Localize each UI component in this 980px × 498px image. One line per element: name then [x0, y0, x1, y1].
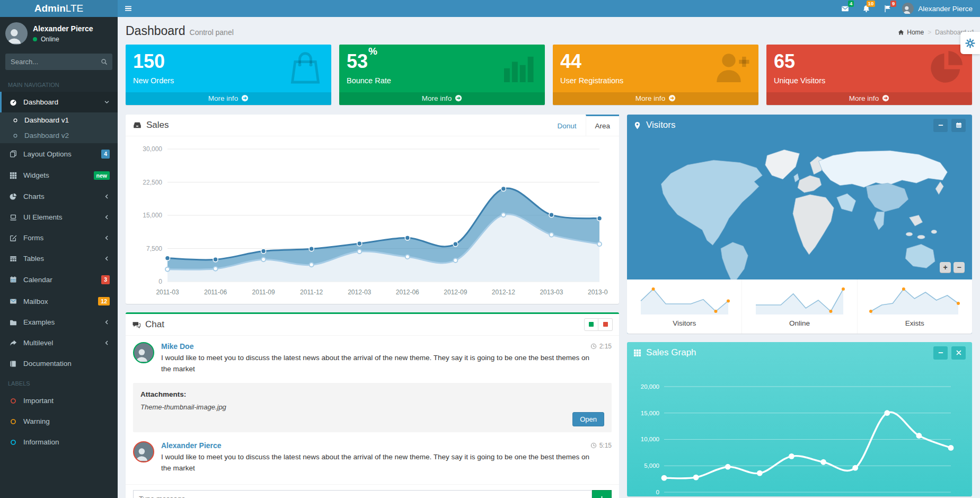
- sidebar-user-status[interactable]: Online: [33, 36, 93, 43]
- arrow-circle-right-icon: [241, 94, 249, 102]
- chat-message: Mike Doe2:15I would like to meet you to …: [133, 342, 612, 375]
- map-zoom-controls: + −: [940, 262, 965, 273]
- sidebar-subitem-label: Dashboard v2: [24, 132, 69, 139]
- chevron-left-icon: [104, 194, 110, 199]
- message-header: Mike Doe2:15: [161, 342, 612, 351]
- content-header: DashboardControl panel Home>Dashboard v1: [118, 17, 980, 41]
- folder-icon: [10, 319, 17, 326]
- tab-donut[interactable]: Donut: [548, 115, 585, 136]
- sidebar-link[interactable]: Tables: [0, 248, 118, 269]
- chat-toggle-danger-button[interactable]: [598, 318, 613, 331]
- sidebar-link[interactable]: Dashboard: [0, 92, 118, 112]
- more-info-link[interactable]: More info: [766, 92, 972, 105]
- breadcrumb-home-link[interactable]: Home: [898, 29, 924, 36]
- visitors-collapse-button[interactable]: [933, 119, 948, 132]
- tab-area[interactable]: Area: [586, 115, 620, 136]
- svg-text:2011-09: 2011-09: [252, 289, 275, 296]
- chat-send-button[interactable]: [592, 490, 612, 498]
- sidebar-link[interactable]: Charts: [0, 186, 118, 207]
- svg-text:7,500: 7,500: [146, 244, 162, 252]
- info-box-label: User Registrations: [560, 76, 751, 85]
- left-column: Sales Donut Area 07,50015,00022,50030,00…: [126, 115, 619, 498]
- info-box-bounce-rate: 53%Bounce RateMore info: [339, 45, 545, 105]
- files-icon: [10, 150, 17, 158]
- search-input[interactable]: [5, 54, 95, 70]
- navbar-user-menu[interactable]: Alexander Pierce: [898, 0, 980, 17]
- world-map[interactable]: [629, 136, 970, 279]
- sidebar-link[interactable]: Information: [0, 432, 118, 452]
- sidebar-link[interactable]: Warning: [0, 411, 118, 432]
- envelope-icon: [10, 298, 17, 305]
- sidebar-item-information: Information: [0, 432, 118, 452]
- sidebar-subitem-dashboard-v2: Dashboard v2: [0, 128, 118, 143]
- bell-menu[interactable]: 10: [855, 0, 877, 17]
- sales-graph-close-button[interactable]: [951, 346, 966, 360]
- chevron-left-icon: [104, 319, 110, 325]
- more-info-link[interactable]: More info: [126, 92, 331, 105]
- chat-message: Alexander Pierce5:15I would like to meet…: [133, 441, 612, 474]
- sidebar-sublink[interactable]: Dashboard v2: [0, 128, 118, 143]
- sidebar-item-label: Warning: [23, 417, 110, 425]
- sidebar-item-label: Forms: [23, 234, 104, 242]
- sparkline-chart: [635, 285, 734, 318]
- svg-text:2012-12: 2012-12: [492, 289, 515, 296]
- visitors-calendar-button[interactable]: [951, 119, 966, 132]
- info-box-label: New Orders: [133, 76, 324, 85]
- message-author-link[interactable]: Alexander Pierce: [161, 441, 222, 450]
- sidebar-link[interactable]: Mailbox12: [0, 291, 118, 312]
- info-box-value: 65: [774, 51, 965, 72]
- sidebar-link[interactable]: UI Elements: [0, 207, 118, 228]
- info-box-user-registrations: 44User RegistrationsMore info: [553, 45, 758, 105]
- settings-toggle-button[interactable]: [960, 32, 980, 54]
- visitors-header: Visitors: [627, 115, 972, 136]
- sidebar-item-examples: Examples: [0, 312, 118, 333]
- sidebar-link[interactable]: Multilevel: [0, 333, 118, 353]
- gear-icon: [965, 38, 975, 48]
- sidebar-item-tables: Tables: [0, 248, 118, 269]
- sidebar-link[interactable]: Forms: [0, 228, 118, 248]
- info-box-content: 150New Orders: [126, 45, 331, 92]
- circle-icon: [10, 418, 17, 425]
- menu-section-header: LABELS: [0, 374, 118, 390]
- app-logo[interactable]: AdminLTE: [0, 0, 118, 17]
- more-info-label: More info: [849, 94, 879, 102]
- notification-badge: 9: [890, 1, 896, 7]
- envelope-menu[interactable]: 4: [834, 0, 855, 17]
- attachment-heading: Attachments:: [140, 390, 604, 398]
- sidebar-badge: 4: [101, 150, 110, 159]
- sidebar-item-mailbox: Mailbox12: [0, 291, 118, 312]
- sidebar-link[interactable]: Important: [0, 390, 118, 411]
- sidebar-toggle-button[interactable]: [118, 0, 139, 17]
- chat-toggle-success-button[interactable]: [584, 318, 598, 331]
- sidebar-link[interactable]: Documentation: [0, 353, 118, 374]
- info-box-row: 150New OrdersMore info53%Bounce RateMore…: [118, 41, 980, 105]
- sidebar-sublink[interactable]: Dashboard v1: [0, 112, 118, 128]
- sales-graph-collapse-button[interactable]: [933, 346, 948, 360]
- svg-text:2013-03: 2013-03: [540, 289, 563, 296]
- sidebar-item-label: Multilevel: [23, 339, 104, 347]
- more-info-link[interactable]: More info: [553, 92, 758, 105]
- page-subtitle: Control panel: [190, 28, 234, 37]
- notification-badge: 4: [848, 1, 854, 7]
- flag-menu[interactable]: 9: [877, 0, 898, 17]
- more-info-link[interactable]: More info: [339, 92, 545, 105]
- red-square-icon: [603, 322, 608, 327]
- right-column: Visitors: [627, 115, 972, 496]
- sparkline-row: VisitorsOnlineExists: [627, 279, 972, 334]
- chat-message-input[interactable]: [133, 490, 592, 498]
- map-zoom-out-button[interactable]: −: [953, 262, 965, 273]
- sidebar-badge: 12: [98, 297, 110, 306]
- info-box-label: Bounce Rate: [347, 76, 537, 85]
- sidebar-link[interactable]: Layout Options4: [0, 143, 118, 165]
- message-author-link[interactable]: Mike Doe: [161, 342, 193, 351]
- map-zoom-in-button[interactable]: +: [940, 262, 951, 273]
- sidebar-user-panel: Alexander Pierce Online: [0, 17, 118, 51]
- sidebar-link[interactable]: Examples: [0, 312, 118, 333]
- sidebar-link[interactable]: Calendar3: [0, 269, 118, 291]
- sidebar-badge: 3: [101, 275, 110, 284]
- sidebar-link[interactable]: Widgetsnew: [0, 165, 118, 187]
- attachment-open-button[interactable]: Open: [572, 412, 604, 426]
- search-button[interactable]: [95, 54, 112, 70]
- sidebar-subitem-label: Dashboard v1: [24, 116, 69, 124]
- edit-icon: [10, 234, 17, 242]
